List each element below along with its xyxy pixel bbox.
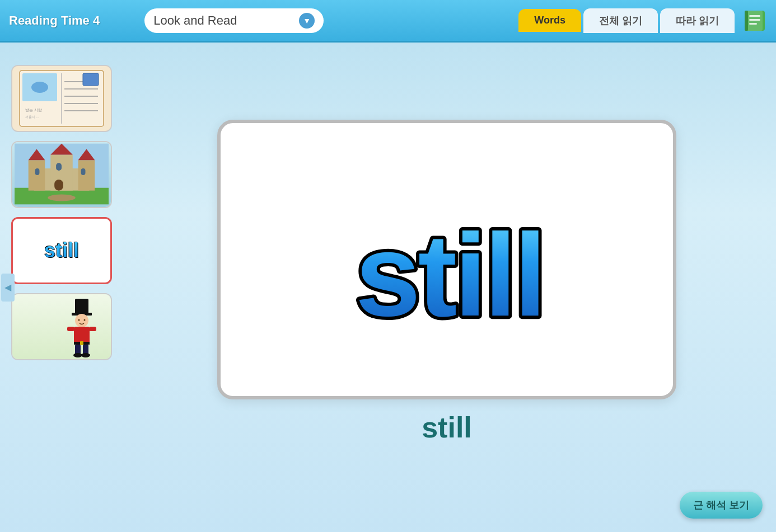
- svg-point-44: [78, 319, 80, 321]
- svg-rect-32: [75, 299, 88, 314]
- svg-rect-3: [749, 15, 760, 17]
- svg-rect-2: [745, 11, 748, 31]
- tabs-container: Words 전체 읽기 따라 읽기: [518, 8, 767, 33]
- word-label: still: [422, 411, 472, 444]
- svg-point-15: [31, 82, 48, 93]
- word-display: still still still still: [129, 54, 765, 521]
- interpretation-button[interactable]: 근 해석 보기: [680, 492, 763, 519]
- svg-rect-12: [83, 73, 99, 86]
- svg-point-34: [75, 314, 88, 327]
- svg-text:still: still: [356, 209, 544, 341]
- svg-rect-21: [29, 160, 45, 190]
- tab-full-read[interactable]: 전체 읽기: [583, 8, 658, 33]
- svg-rect-4: [749, 19, 760, 21]
- svg-point-42: [73, 353, 82, 357]
- svg-rect-22: [78, 160, 95, 190]
- app-title: Reading Time 4: [9, 13, 100, 28]
- sidebar: ◀: [6, 54, 118, 521]
- sidebar-card-postcard[interactable]: 받는 사람 서울시 ...: [11, 65, 112, 132]
- word-card[interactable]: still still still: [217, 120, 676, 399]
- main-content: ◀: [0, 43, 776, 532]
- sidebar-word-still: still: [44, 239, 79, 262]
- tab-words[interactable]: Words: [518, 9, 581, 32]
- book-icon[interactable]: [742, 8, 767, 33]
- guard-image: [12, 294, 111, 359]
- svg-rect-37: [89, 327, 96, 331]
- svg-rect-27: [56, 163, 62, 171]
- sidebar-card-still[interactable]: still: [11, 217, 112, 284]
- svg-rect-29: [81, 168, 86, 175]
- svg-text:서울시 ...: 서울시 ...: [25, 115, 39, 119]
- svg-point-31: [48, 195, 75, 201]
- svg-rect-36: [67, 327, 74, 331]
- svg-rect-5: [749, 23, 757, 25]
- sidebar-card-guard[interactable]: [11, 293, 112, 360]
- svg-point-45: [84, 319, 86, 321]
- svg-rect-39: [80, 341, 83, 345]
- dropdown-label: Look and Read: [153, 13, 293, 28]
- castle-image: [12, 142, 111, 207]
- dropdown-arrow-icon[interactable]: ▼: [299, 13, 315, 29]
- tab-follow-read[interactable]: 따라 읽기: [660, 8, 735, 33]
- mode-dropdown[interactable]: Look and Read ▼: [144, 8, 324, 33]
- svg-text:받는 사람: 받는 사람: [25, 108, 42, 112]
- nav-arrow-left[interactable]: ◀: [1, 274, 15, 302]
- sidebar-card-castle[interactable]: [11, 141, 112, 208]
- word-svg: still still still: [234, 131, 660, 388]
- postcard-image: 받는 사람 서울시 ...: [12, 66, 111, 131]
- header: Reading Time 4 Look and Read ▼ Words 전체 …: [0, 0, 776, 43]
- svg-rect-30: [54, 180, 63, 191]
- svg-rect-28: [35, 168, 40, 175]
- svg-point-43: [81, 353, 90, 357]
